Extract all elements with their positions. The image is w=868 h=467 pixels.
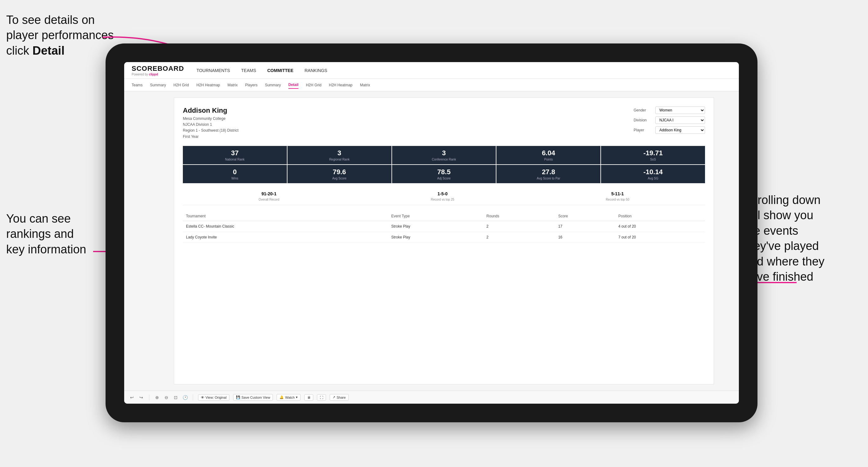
stat-sos: -19.71 SoS	[601, 146, 705, 164]
col-tournament: Tournament	[183, 212, 388, 221]
stat-points: 6.04 Points	[496, 146, 600, 164]
save-custom-button[interactable]: 💾 Save Custom View	[233, 394, 273, 401]
player-info: Addison King Mesa Community College NJCA…	[183, 106, 239, 140]
clock-icon[interactable]: 🕐	[182, 395, 188, 400]
col-position: Position	[615, 212, 705, 221]
tab-summary2[interactable]: Summary	[265, 82, 281, 89]
fit-icon[interactable]: ⊡	[173, 395, 179, 400]
zoom-out-icon[interactable]: ⊖	[164, 395, 169, 400]
content-panel: Addison King Mesa Community College NJCA…	[174, 97, 714, 384]
tab-h2h-grid[interactable]: H2H Grid	[174, 82, 189, 89]
table-row: Estella CC- Mountain Classic Stroke Play…	[183, 221, 705, 231]
nav-items: TOURNAMENTS TEAMS COMMITTEE RANKINGS	[196, 67, 327, 74]
stat-regional-rank: 3 Regional Rank	[287, 146, 392, 164]
event-type-2: Stroke Play	[388, 231, 483, 243]
stats-row2: 0 Wins 79.6 Avg Score 78.5 Adj Score 27.…	[183, 165, 705, 183]
tab-h2h-grid2[interactable]: H2H Grid	[306, 82, 321, 89]
table-row: Lady Coyote Invite Stroke Play 2 16 7 ou…	[183, 231, 705, 243]
player-header: Addison King Mesa Community College NJCA…	[183, 106, 705, 140]
sub-nav: Teams Summary H2H Grid H2H Heatmap Matri…	[124, 79, 739, 91]
stats-row1: 37 National Rank 3 Regional Rank 3 Confe…	[183, 146, 705, 164]
stat-conference-rank: 3 Conference Rank	[392, 146, 496, 164]
save-icon: 💾	[236, 395, 240, 399]
nav-tournaments[interactable]: TOURNAMENTS	[196, 67, 230, 74]
stat-adj-score: 78.5 Adj Score	[392, 165, 496, 183]
col-score: Score	[555, 212, 615, 221]
bell-icon: 🔔	[279, 395, 284, 399]
col-rounds: Rounds	[483, 212, 555, 221]
tablet-screen: SCOREBOARD Powered by clippd TOURNAMENTS…	[124, 62, 739, 404]
fullscreen-button[interactable]: ⛶	[317, 394, 326, 401]
division-row: Division NJCAA I	[633, 117, 705, 124]
rounds-2: 2	[483, 231, 555, 243]
toolbar-separator2	[193, 394, 193, 401]
monitor-icon: 🖥	[307, 396, 310, 399]
share-icon: ↗	[333, 395, 335, 399]
toolbar-separator	[149, 394, 149, 401]
col-event-type: Event Type	[388, 212, 483, 221]
logo-area: SCOREBOARD Powered by clippd	[132, 65, 184, 76]
record-top25: 1-5-0 Record vs top 25	[431, 191, 455, 202]
tab-detail[interactable]: Detail	[288, 81, 299, 89]
player-division: NJCAA Division 1	[183, 122, 239, 128]
expand-icon: ⛶	[320, 396, 323, 399]
score-1: 17	[555, 221, 615, 231]
events-table: Tournament Event Type Rounds Score Posit…	[183, 212, 705, 243]
stat-avg-score: 79.6 Avg Score	[287, 165, 392, 183]
player-label: Player	[633, 128, 652, 132]
tournament-name-2: Lady Coyote Invite	[183, 231, 388, 243]
record-top50: 5-11-1 Record vs top 50	[606, 191, 629, 202]
division-label: Division	[633, 118, 652, 122]
logo-powered: Powered by clippd	[132, 73, 184, 76]
screen-button[interactable]: 🖥	[304, 394, 313, 401]
redo-icon[interactable]: ↪	[138, 395, 144, 400]
share-button[interactable]: ↗ Share	[330, 394, 348, 401]
annotation-bottom-left: You can see rankings and key information	[6, 211, 112, 257]
player-name: Addison King	[183, 106, 239, 115]
logo-scoreboard: SCOREBOARD	[132, 65, 184, 73]
player-year: First Year	[183, 134, 239, 140]
nav-rankings[interactable]: RANKINGS	[305, 67, 327, 74]
zoom-in-icon[interactable]: ⊕	[154, 395, 160, 400]
tournament-name-1: Estella CC- Mountain Classic	[183, 221, 388, 231]
gender-select[interactable]: Women	[655, 106, 705, 114]
nav-teams[interactable]: TEAMS	[241, 67, 256, 74]
rounds-1: 2	[483, 221, 555, 231]
watch-button[interactable]: 🔔 Watch ▾	[277, 394, 301, 401]
eye-icon: 👁	[201, 396, 204, 399]
annotation-right: Scrolling down will show you the events …	[744, 192, 862, 284]
tab-matrix[interactable]: Matrix	[227, 82, 238, 89]
player-college: Mesa Community College	[183, 116, 239, 122]
player-region: Region 1 - Southwest (18) District	[183, 128, 239, 133]
stat-national-rank: 37 National Rank	[183, 146, 287, 164]
annotation-top-left: To see details on player performances cl…	[6, 12, 124, 58]
main-content: Addison King Mesa Community College NJCA…	[124, 91, 739, 391]
nav-bar: SCOREBOARD Powered by clippd TOURNAMENTS…	[124, 62, 739, 79]
tab-h2h-heatmap2[interactable]: H2H Heatmap	[329, 82, 352, 89]
stat-avg-sg: -10.14 Avg SG	[601, 165, 705, 183]
undo-icon[interactable]: ↩	[129, 395, 135, 400]
tab-matrix2[interactable]: Matrix	[360, 82, 370, 89]
player-select[interactable]: Addison King	[655, 126, 705, 134]
position-1: 4 out of 20	[615, 221, 705, 231]
event-type-1: Stroke Play	[388, 221, 483, 231]
tablet-frame: SCOREBOARD Powered by clippd TOURNAMENTS…	[105, 43, 757, 422]
tab-teams[interactable]: Teams	[132, 82, 143, 89]
player-row: Player Addison King	[633, 126, 705, 134]
player-controls: Gender Women Division NJCAA I	[633, 106, 705, 140]
position-2: 7 out of 20	[615, 231, 705, 243]
tab-h2h-heatmap[interactable]: H2H Heatmap	[196, 82, 220, 89]
tab-summary[interactable]: Summary	[150, 82, 166, 89]
chevron-down-icon: ▾	[296, 395, 298, 399]
stat-wins: 0 Wins	[183, 165, 287, 183]
records-row: 91-20-1 Overall Record 1-5-0 Record vs t…	[183, 188, 705, 205]
division-select[interactable]: NJCAA I	[655, 117, 705, 124]
stat-avg-score-par: 27.8 Avg Score to Par	[496, 165, 600, 183]
gender-label: Gender	[633, 108, 652, 113]
nav-committee[interactable]: COMMITTEE	[267, 67, 293, 74]
tab-players[interactable]: Players	[245, 82, 257, 89]
bottom-toolbar: ↩ ↪ ⊕ ⊖ ⊡ 🕐 👁 View: Original 💾 Save Cust…	[124, 391, 739, 404]
record-overall: 91-20-1 Overall Record	[258, 191, 279, 202]
score-2: 16	[555, 231, 615, 243]
view-original-button[interactable]: 👁 View: Original	[198, 394, 229, 401]
